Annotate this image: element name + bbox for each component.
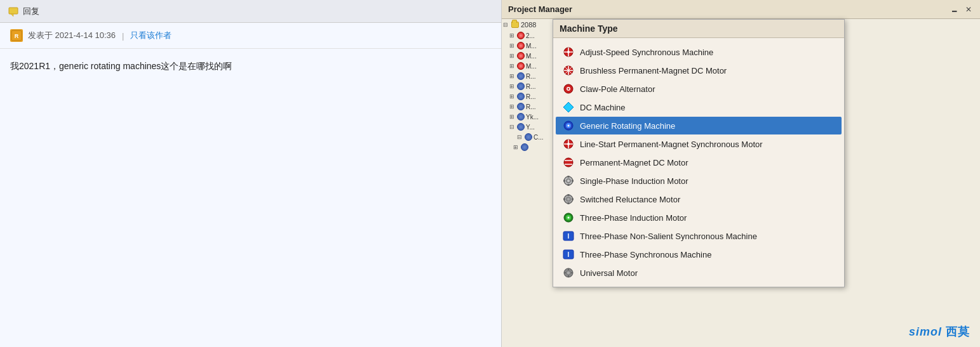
pm-dc-icon: [562, 156, 575, 169]
post-text: 我2021R1，generic rotating machines这个是在哪找的…: [10, 61, 232, 71]
machine-item-pm-dc[interactable]: Permanent-Magnet DC Motor: [556, 154, 842, 171]
pm-icons: 🗕 ✕: [950, 4, 974, 15]
switched-reluctance-label: Switched Reluctance Motor: [580, 195, 680, 204]
svg-point-23: [567, 143, 570, 145]
generic-rotating-label: Generic Rotating Machine: [580, 121, 675, 131]
simol-text-cn: 西莫: [946, 325, 970, 338]
machine-item-three-phase-non-salient[interactable]: I Three-Phase Non-Salient Synchronous Ma…: [556, 227, 842, 245]
svg-rect-39: [563, 199, 565, 200]
machine-item-universal[interactable]: Universal Motor: [556, 264, 842, 282]
switched-reluctance-icon: [562, 193, 575, 206]
right-panel: Project Manager 🗕 ✕ ⊟ 2088 ⊞ 2...: [502, 0, 980, 347]
brushless-pm-label: Brushless Permanent-Magnet DC Motor: [580, 66, 727, 75]
three-phase-induction-label: Three-Phase Induction Motor: [580, 213, 687, 223]
left-panel: 回复 R 发表于 2021-4-14 10:36 | 只看该作者 我2021R1…: [0, 0, 502, 347]
brushless-pm-icon: [562, 64, 575, 77]
claw-pole-label: Claw-Pole Alternator: [580, 84, 655, 94]
reply-bar: 回复: [0, 0, 501, 23]
svg-rect-40: [572, 199, 574, 200]
dialog-title: Machine Type: [553, 20, 844, 38]
svg-rect-32: [563, 180, 565, 182]
svg-point-7: [567, 51, 570, 53]
expand-icon[interactable]: ⊟: [503, 22, 509, 28]
pin-icon[interactable]: 🗕: [950, 4, 960, 15]
svg-rect-38: [568, 202, 570, 204]
machine-item-brushless-pm[interactable]: Brushless Permanent-Magnet DC Motor: [556, 62, 842, 79]
reply-label: 回复: [23, 6, 39, 17]
svg-point-19: [568, 125, 570, 127]
svg-rect-37: [568, 194, 570, 196]
single-phase-icon: [562, 174, 575, 187]
svg-marker-16: [563, 102, 574, 112]
claw-pole-icon: [562, 82, 575, 95]
dc-machine-icon: [562, 101, 575, 114]
post-date: 发表于 2021-4-14 10:36: [28, 30, 116, 41]
line-start-label: Line-Start Permanent-Magnet Synchronous …: [580, 140, 763, 149]
three-phase-sync-label: Three-Phase Synchronous Machine: [580, 250, 711, 259]
machine-item-switched-reluctance[interactable]: Switched Reluctance Motor: [556, 190, 842, 208]
machine-item-adjust-speed[interactable]: Adjust-Speed Synchronous Machine: [556, 43, 842, 61]
svg-point-29: [567, 180, 570, 182]
close-icon[interactable]: ✕: [963, 4, 974, 15]
post-content: 我2021R1，generic rotating machines这个是在哪找的…: [0, 49, 501, 83]
svg-text:R: R: [15, 33, 19, 39]
universal-icon: [562, 266, 575, 279]
simol-watermark: simol 西莫: [909, 324, 970, 339]
svg-point-43: [568, 217, 570, 219]
machine-item-three-phase-induction[interactable]: Three-Phase Induction Motor: [556, 209, 842, 226]
machine-type-dialog: Machine Type Adjust-Speed Synchronous Ma…: [553, 19, 845, 287]
adjust-speed-icon: [562, 46, 575, 58]
three-phase-non-salient-label: Three-Phase Non-Salient Synchronous Mach…: [580, 232, 757, 241]
machine-item-generic-rotating[interactable]: Generic Rotating Machine: [556, 117, 842, 134]
main-content-row: ⊟ 2088 ⊞ 2... ⊞ M... ⊞: [502, 19, 980, 347]
three-phase-non-salient-icon: I: [562, 230, 575, 242]
three-phase-sync-icon: I: [562, 248, 575, 261]
post-header: R 发表于 2021-4-14 10:36 | 只看该作者: [0, 23, 501, 49]
divider: |: [122, 31, 124, 41]
machine-item-claw-pole[interactable]: Claw-Pole Alternator: [556, 80, 842, 98]
reply-icon: [8, 6, 19, 17]
svg-point-24: [564, 158, 573, 167]
generic-rotating-icon: [562, 119, 575, 132]
project-manager-title: Project Manager: [508, 4, 572, 14]
machine-item-line-start[interactable]: Line-Start Permanent-Magnet Synchronous …: [556, 135, 842, 153]
only-author-link[interactable]: 只看该作者: [130, 30, 171, 41]
svg-rect-30: [568, 176, 570, 178]
post-meta: 发表于 2021-4-14 10:36 | 只看该作者: [28, 30, 171, 41]
dc-machine-label: DC Machine: [580, 103, 626, 112]
post-avatar: R: [10, 29, 23, 42]
svg-point-15: [568, 88, 570, 90]
machine-item-dc-machine[interactable]: DC Machine: [556, 98, 842, 116]
tree-root-label: 2088: [521, 21, 536, 29]
folder-icon: [511, 20, 520, 29]
universal-label: Universal Motor: [580, 268, 638, 278]
svg-marker-1: [11, 14, 13, 16]
adjust-speed-label: Adjust-Speed Synchronous Machine: [580, 48, 713, 57]
machine-item-three-phase-sync[interactable]: I Three-Phase Synchronous Machine: [556, 246, 842, 263]
svg-point-36: [567, 198, 570, 200]
line-start-icon: [562, 138, 575, 150]
svg-text:I: I: [568, 233, 570, 240]
project-manager-header: Project Manager 🗕 ✕: [502, 0, 980, 19]
svg-rect-31: [568, 184, 570, 186]
machine-list: Adjust-Speed Synchronous Machine Brush: [553, 38, 844, 287]
svg-text:I: I: [568, 251, 570, 258]
svg-rect-33: [572, 180, 574, 182]
three-phase-induction-icon: [562, 211, 575, 224]
simol-text-en: simol: [909, 325, 942, 338]
single-phase-label: Single-Phase Induction Motor: [580, 176, 688, 186]
svg-rect-0: [9, 8, 18, 14]
pm-dc-label: Permanent-Magnet DC Motor: [580, 158, 688, 167]
machine-item-single-phase[interactable]: Single-Phase Induction Motor: [556, 172, 842, 190]
svg-point-49: [567, 271, 570, 275]
